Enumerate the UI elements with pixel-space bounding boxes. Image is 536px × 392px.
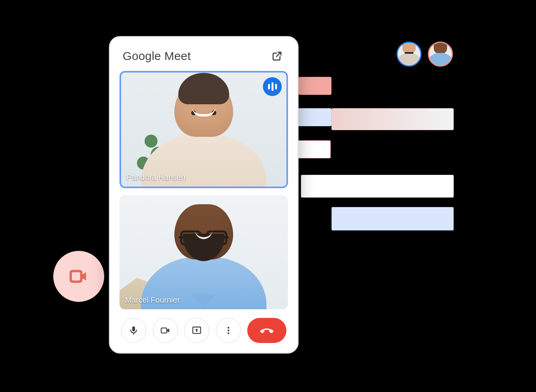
present-screen-icon <box>191 325 202 336</box>
svg-point-4 <box>227 327 229 329</box>
promo-stage: Google Meet <box>0 0 536 392</box>
more-options-button[interactable] <box>216 318 241 343</box>
open-in-new-icon <box>271 50 283 62</box>
schedule-block <box>301 175 454 198</box>
participant-tile[interactable]: Marcel Fournier <box>120 195 288 309</box>
svg-rect-2 <box>161 328 167 333</box>
camera-toggle-button[interactable] <box>153 318 178 343</box>
video-icon <box>160 325 171 336</box>
schedule-block <box>331 207 454 230</box>
present-button[interactable] <box>184 318 209 343</box>
participant-video <box>120 195 288 309</box>
video-grid: Pandora Hansen <box>120 71 288 309</box>
speaking-indicator-icon <box>263 77 282 96</box>
participant-name: Pandora Hansen <box>127 173 185 182</box>
pop-out-button[interactable] <box>269 48 285 64</box>
microphone-icon <box>128 325 139 336</box>
avatar <box>428 42 453 67</box>
participant-tile[interactable]: Pandora Hansen <box>120 71 288 188</box>
hang-up-button[interactable] <box>247 318 286 343</box>
call-controls <box>120 309 288 345</box>
mute-button[interactable] <box>121 318 146 343</box>
avatar <box>397 42 422 67</box>
app-title: Google Meet <box>123 49 191 63</box>
participant-video <box>121 73 286 187</box>
schedule-block <box>331 108 454 130</box>
meet-header: Google Meet <box>120 47 288 71</box>
floating-video-badge <box>53 251 104 302</box>
more-vertical-icon <box>223 325 234 336</box>
schedule-block <box>299 77 331 95</box>
svg-rect-1 <box>72 272 80 281</box>
meet-pip-panel: Google Meet <box>109 36 299 354</box>
video-icon <box>68 265 90 287</box>
svg-point-6 <box>227 332 229 334</box>
participant-name: Marcel Fournier <box>125 296 180 305</box>
hang-up-icon <box>259 323 275 338</box>
svg-point-5 <box>227 330 229 332</box>
